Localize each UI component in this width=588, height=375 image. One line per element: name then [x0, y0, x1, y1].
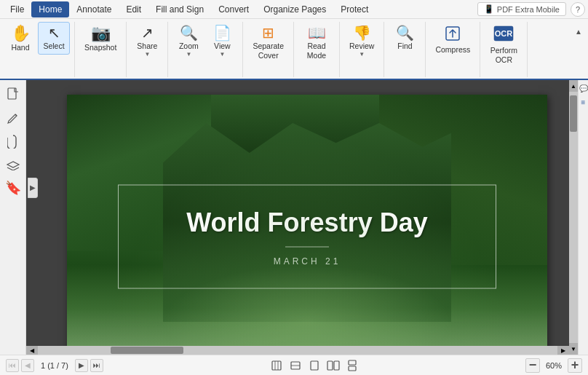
menu-fill-sign[interactable]: Fill and Sign — [148, 1, 211, 17]
sidebar-layers-icon[interactable] — [3, 154, 23, 175]
sidebar-new-icon[interactable] — [3, 84, 23, 105]
compress-button[interactable]: Compress — [430, 22, 475, 58]
scroll-left-button[interactable]: ◀ — [26, 346, 38, 355]
snapshot-icon: 📷 — [91, 25, 111, 42]
scroll-up-button[interactable]: ▲ — [569, 80, 578, 92]
two-page-icon[interactable] — [325, 358, 341, 373]
menu-annotate[interactable]: Annotate — [69, 1, 119, 17]
read-mode-label: Read Mode — [307, 42, 326, 60]
zoom-in-button[interactable]: + — [568, 358, 582, 373]
svg-rect-9 — [334, 361, 339, 370]
svg-text:OCR: OCR — [495, 29, 513, 38]
read-mode-icon: 📖 — [308, 25, 326, 40]
fit-page-icon[interactable] — [269, 358, 285, 373]
compress-label: Compress — [435, 45, 470, 55]
separate-cover-icon: ⊞ — [262, 25, 274, 40]
ribbon-group-snapshot: 📷 Snapshot — [79, 22, 127, 77]
zoom-icon: 🔍 — [180, 25, 198, 40]
hand-label: Hand — [11, 43, 29, 52]
first-page-button[interactable]: ⏮ — [6, 359, 19, 372]
scroll-down-button[interactable]: ▼ — [569, 343, 578, 355]
status-view-icons — [269, 358, 360, 373]
sidebar-collapse-button[interactable]: ▶ — [28, 178, 38, 198]
select-button[interactable]: ↖ Select — [38, 22, 70, 55]
sidebar-bookmark-icon[interactable]: 🔖 — [3, 178, 23, 198]
pdf-viewer: ▲ ▼ 💬 ≡ — [26, 80, 588, 355]
snapshot-button[interactable]: 📷 Snapshot — [79, 22, 122, 56]
menu-organize[interactable]: Organize Pages — [256, 1, 333, 17]
scrolling-page-icon[interactable] — [344, 358, 360, 373]
page-indicator: 1 (1 / 7) — [36, 361, 73, 370]
forest-overlay — [67, 95, 547, 355]
forest-background: World Forestry Day MARCH 21 — [67, 95, 547, 355]
ribbon-group-read-mode: 📖 Read Mode — [298, 22, 340, 77]
single-page-icon[interactable] — [306, 358, 322, 373]
next-page-button[interactable]: ▶ — [75, 359, 88, 372]
zoom-level: 60% — [543, 361, 565, 370]
review-arrow-icon: ▼ — [359, 51, 365, 58]
scroll-thumb[interactable] — [570, 95, 577, 132]
view-icon: 📄 — [213, 25, 231, 40]
menu-convert[interactable]: Convert — [211, 1, 256, 17]
prev-page-button[interactable]: ◀ — [21, 359, 34, 372]
status-bar: ⏮ ◀ 1 (1 / 7) ▶ ⏭ − 60% + — [0, 355, 588, 375]
select-icon: ↖ — [48, 25, 60, 40]
review-icon: 👎 — [353, 25, 371, 40]
view-arrow-icon: ▼ — [219, 51, 225, 58]
separate-cover-button[interactable]: ⊞ Separate Cover — [247, 22, 289, 63]
menu-bar: File Home Annotate Edit Fill and Sign Co… — [0, 0, 588, 19]
share-button[interactable]: ↗ Share ▼ — [131, 22, 163, 61]
snapshot-label: Snapshot — [84, 43, 116, 52]
sidebar-edit-icon[interactable] — [3, 108, 23, 128]
ribbon-group-find: 🔍 Find — [389, 22, 426, 77]
mobile-icon: 📱 — [484, 4, 494, 14]
menu-home[interactable]: Home — [31, 1, 69, 17]
ribbon-buttons-share: ↗ Share ▼ — [131, 22, 163, 77]
separate-cover-label: Separate Cover — [253, 42, 284, 60]
hand-button[interactable]: ✋ Hand — [4, 22, 36, 56]
sidebar-attach-icon[interactable] — [3, 131, 23, 151]
perform-ocr-button[interactable]: OCR Perform OCR — [485, 22, 523, 68]
collapse-ribbon-button[interactable]: ▲ — [573, 25, 584, 38]
ribbon-buttons-zoom-view: 🔍 Zoom ▼ 📄 View ▼ — [172, 22, 238, 77]
vertical-scrollbar[interactable]: ▲ ▼ — [569, 80, 578, 355]
compress-icon — [445, 25, 461, 44]
horizontal-scrollbar[interactable]: ◀ ▶ — [26, 346, 569, 355]
svg-rect-11 — [349, 366, 356, 371]
menu-file[interactable]: File — [3, 1, 31, 17]
ribbon-group-share: ↗ Share ▼ — [131, 22, 168, 77]
find-button[interactable]: 🔍 Find — [389, 22, 421, 55]
find-icon: 🔍 — [396, 25, 414, 40]
zoom-arrow-icon: ▼ — [186, 51, 191, 58]
menu-protect[interactable]: Protect — [333, 1, 376, 17]
zoom-button[interactable]: 🔍 Zoom ▼ — [172, 22, 204, 61]
help-button[interactable]: ? — [571, 2, 585, 17]
fit-width-icon[interactable] — [287, 358, 303, 373]
last-page-button[interactable]: ⏭ — [90, 359, 103, 372]
zoom-controls: − 60% + — [525, 358, 582, 373]
perform-ocr-label: Perform OCR — [490, 46, 517, 64]
main-area: 🔖 ▶ ▲ ▼ 💬 ≡ — [0, 80, 588, 355]
ribbon-group-review: 👎 Review ▼ — [344, 22, 384, 77]
ribbon-group-cursor: ✋ Hand ↖ Select — [4, 22, 75, 77]
pdf-page: World Forestry Day MARCH 21 — [67, 95, 547, 355]
find-label: Find — [397, 42, 412, 51]
svg-rect-4 — [272, 361, 281, 370]
view-button[interactable]: 📄 View ▼ — [206, 22, 238, 61]
read-mode-button[interactable]: 📖 Read Mode — [298, 22, 335, 63]
menu-edit[interactable]: Edit — [119, 1, 148, 17]
zoom-out-button[interactable]: − — [525, 358, 540, 373]
ribbon-group-compress: Compress — [430, 22, 480, 77]
ribbon-group-separate-cover: ⊞ Separate Cover — [247, 22, 294, 77]
scroll-right-button[interactable]: ▶ — [557, 346, 569, 355]
share-label: Share — [137, 42, 157, 51]
ribbon: ✋ Hand ↖ Select 📷 Snapshot ↗ Share ▼ — [0, 19, 588, 80]
h-scroll-thumb[interactable] — [111, 347, 183, 354]
ribbon-buttons-snapshot: 📷 Snapshot — [79, 22, 122, 77]
ribbon-buttons-cursor: ✋ Hand ↖ Select — [4, 22, 70, 77]
pdf-extra-mobile-button[interactable]: 📱 PDF Extra Mobile — [477, 2, 566, 16]
pdf-scroll-area[interactable]: World Forestry Day MARCH 21 — [26, 80, 588, 355]
svg-rect-8 — [327, 361, 333, 370]
svg-rect-10 — [349, 360, 356, 365]
review-button[interactable]: 👎 Review ▼ — [344, 22, 379, 61]
